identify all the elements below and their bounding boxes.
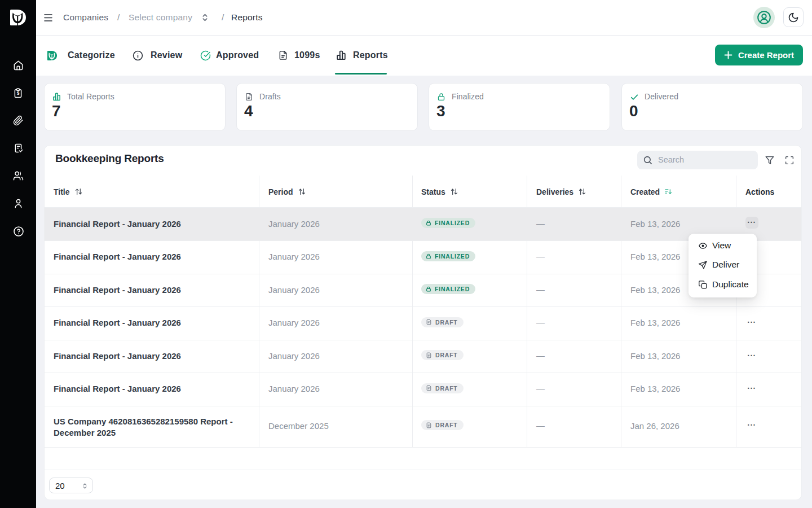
svg-text:$: $: [17, 91, 20, 96]
